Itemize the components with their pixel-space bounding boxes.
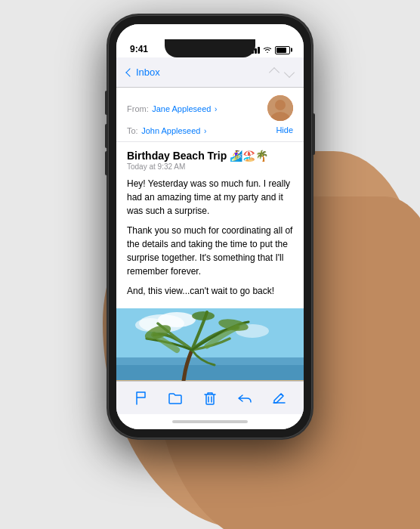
- next-message-button[interactable]: [284, 67, 295, 77]
- notch: [165, 39, 255, 57]
- wifi-icon: [263, 45, 272, 54]
- battery-icon: [275, 46, 290, 54]
- email-beach-image: [116, 308, 304, 381]
- back-button[interactable]: Inbox: [127, 67, 160, 78]
- email-toolbar: [116, 381, 304, 414]
- hide-button[interactable]: Hide: [276, 125, 293, 135]
- home-indicator: [116, 414, 304, 429]
- from-chevron: ›: [215, 105, 217, 113]
- compose-button[interactable]: [267, 386, 291, 410]
- to-name[interactable]: John Appleseed: [141, 126, 200, 135]
- avatar[interactable]: [267, 95, 293, 121]
- body-paragraph-1: Hey! Yesterday was so much fun. I really…: [127, 177, 293, 218]
- svg-point-13: [192, 311, 215, 320]
- body-paragraph-2: Thank you so much for coordinating all o…: [127, 224, 293, 278]
- move-to-folder-button[interactable]: [163, 386, 187, 410]
- previous-message-button[interactable]: [269, 67, 279, 77]
- to-row: To: John Appleseed › Hide: [127, 123, 293, 137]
- trash-button[interactable]: [198, 386, 222, 410]
- email-subject-area: Birthday Beach Trip 🏄‍♀️🏖️🌴 Today at 9:3…: [116, 142, 304, 308]
- chevron-left-icon: [125, 68, 134, 76]
- to-label: To:: [127, 126, 138, 135]
- from-row: From: Jane Appleseed ›: [127, 95, 293, 121]
- flag-button[interactable]: [129, 386, 153, 410]
- status-time: 9:41: [130, 44, 148, 54]
- battery-fill: [276, 48, 286, 53]
- svg-point-1: [275, 100, 286, 110]
- email-subject: Birthday Beach Trip 🏄‍♀️🏖️🌴: [127, 150, 293, 162]
- from-name[interactable]: Jane Appleseed: [152, 104, 211, 113]
- from-info: From: Jane Appleseed ›: [127, 101, 217, 115]
- nav-arrows: [270, 69, 293, 76]
- reply-button[interactable]: [233, 386, 257, 410]
- body-paragraph-3: And, this view...can't wait to go back!: [127, 284, 293, 298]
- scene: 9:41: [0, 0, 420, 529]
- email-content: Hey! Yesterday was so much fun. I really…: [127, 177, 293, 298]
- to-info: To: John Appleseed ›: [127, 123, 206, 137]
- phone-screen: 9:41: [116, 24, 304, 429]
- email-body: Birthday Beach Trip 🏄‍♀️🏖️🌴 Today at 9:3…: [116, 142, 304, 381]
- from-label: From:: [127, 104, 149, 113]
- email-timestamp: Today at 9:32 AM: [127, 162, 293, 171]
- email-header: From: Jane Appleseed › To:: [116, 88, 304, 142]
- navigation-bar: Inbox: [116, 57, 304, 88]
- svg-rect-9: [116, 365, 304, 381]
- to-chevron: ›: [204, 127, 206, 135]
- home-bar: [172, 420, 248, 423]
- svg-rect-10: [116, 380, 304, 381]
- phone-device: 9:41: [108, 15, 312, 438]
- back-label: Inbox: [136, 67, 160, 78]
